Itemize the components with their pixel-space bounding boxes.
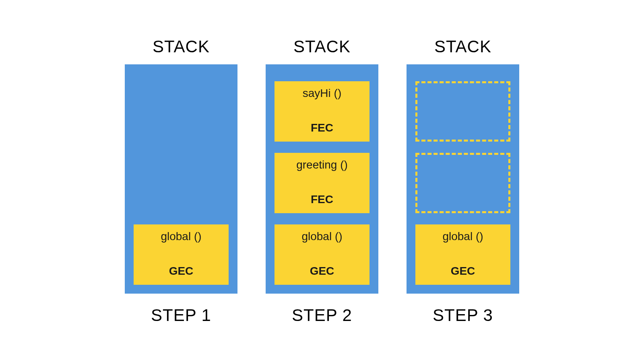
stack-box: global () GEC — [125, 64, 237, 294]
frame-type: GEC — [275, 265, 369, 278]
frame-type: FEC — [275, 193, 369, 206]
stack-frame-sayhi: sayHi () FEC — [275, 81, 369, 142]
frame-type: GEC — [134, 265, 229, 278]
step-label: STEP 3 — [433, 306, 493, 325]
frame-name: global () — [415, 230, 510, 243]
step-label: STEP 2 — [292, 306, 352, 325]
stack-box: sayHi () FEC greeting () FEC global () G… — [266, 64, 378, 294]
frame-name: sayHi () — [275, 87, 369, 100]
step-label: STEP 1 — [151, 306, 211, 325]
frame-name: greeting () — [275, 158, 369, 171]
stack-frame-popped — [415, 81, 510, 142]
stack-column-1: STACK global () GEC STEP 1 — [125, 37, 237, 325]
stack-frame-global: global () GEC — [134, 224, 229, 285]
diagram-container: STACK global () GEC STEP 1 STACK sayHi (… — [125, 37, 519, 325]
stack-frame-global: global () GEC — [275, 224, 369, 285]
stack-title: STACK — [293, 37, 351, 56]
frame-type: FEC — [275, 121, 369, 134]
stack-frame-global: global () GEC — [415, 224, 510, 285]
stack-frame-greeting: greeting () FEC — [275, 153, 369, 213]
stack-title: STACK — [434, 37, 491, 56]
stack-box: global () GEC — [407, 64, 519, 294]
stack-column-2: STACK sayHi () FEC greeting () FEC globa… — [266, 37, 378, 325]
stack-column-3: STACK global () GEC STEP 3 — [407, 37, 519, 325]
stack-title: STACK — [153, 37, 210, 56]
frame-name: global () — [134, 230, 229, 243]
frame-type: GEC — [415, 265, 510, 278]
frame-name: global () — [275, 230, 369, 243]
stack-frame-popped — [415, 153, 510, 213]
